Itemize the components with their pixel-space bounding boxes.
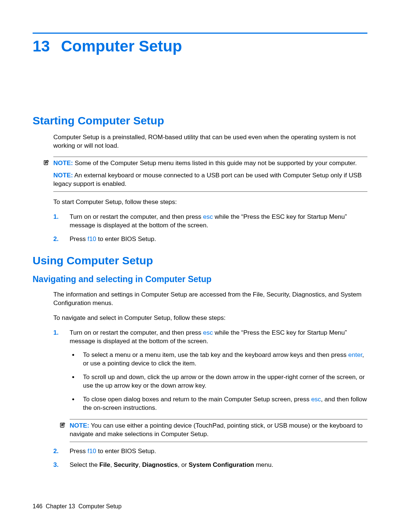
step-number: 2. [53, 235, 59, 244]
note-block: NOTE: Some of the Computer Setup menu it… [53, 157, 367, 192]
page-number: 146 [33, 503, 43, 509]
document-page: { "chapter": { "number": "13", "title": … [0, 0, 400, 532]
section-heading-starting: Starting Computer Setup [33, 114, 367, 127]
bullet-text: To select a menu or a menu item, use the… [83, 351, 348, 358]
key-esc: esc [203, 329, 213, 336]
step-text: Turn on or restart the computer, and the… [70, 213, 203, 220]
menu-name-file: File [99, 461, 110, 468]
note-label: NOTE: [53, 160, 73, 167]
step-text: to enter BIOS Setup. [96, 235, 156, 242]
paragraph: Computer Setup is a preinstalled, ROM-ba… [53, 133, 367, 150]
step-text: to enter BIOS Setup. [96, 448, 156, 455]
list-item: To scroll up and down, click the up arro… [70, 373, 367, 390]
note-text: Some of the Computer Setup menu items li… [75, 160, 357, 167]
step-text: , [110, 461, 114, 468]
bullet-list: To select a menu or a menu item, use the… [70, 351, 367, 412]
list-item: 3. Select the File, Security, Diagnostic… [53, 461, 367, 469]
step-number: 1. [53, 329, 59, 337]
paragraph: To start Computer Setup, follow these st… [53, 198, 367, 207]
step-text: menu. [254, 461, 273, 468]
chapter-rule [33, 33, 367, 34]
note-icon [59, 422, 66, 429]
subsection-heading-navigating: Navigating and selecting in Computer Set… [33, 274, 367, 284]
page-footer: 146 Chapter 13 Computer Setup [33, 503, 121, 510]
key-esc: esc [311, 396, 321, 403]
list-item: 2. Press f10 to enter BIOS Setup. [53, 447, 367, 456]
paragraph: To navigate and select in Computer Setup… [53, 314, 367, 322]
step-text: , [139, 461, 142, 468]
menu-name-security: Security [114, 461, 139, 468]
note-label: NOTE: [53, 172, 73, 179]
key-f10: f10 [87, 448, 96, 455]
bullet-text: To close open dialog boxes and return to… [83, 396, 311, 403]
step-number: 1. [53, 213, 59, 221]
step-text: Press [70, 448, 87, 455]
footer-title: Computer Setup [79, 503, 122, 509]
note-text: An external keyboard or mouse connected … [53, 172, 362, 187]
chapter-heading: 13 Computer Setup [33, 37, 367, 55]
step-text: , or [178, 461, 189, 468]
step-number: 2. [53, 447, 59, 456]
note-label: NOTE: [70, 422, 89, 429]
step-text: Press [70, 235, 87, 242]
key-f10: f10 [87, 235, 96, 242]
chapter-number: 13 [33, 37, 50, 55]
list-item: To select a menu or a menu item, use the… [70, 351, 367, 368]
step-text: Select the [70, 461, 99, 468]
note-icon [43, 159, 50, 167]
note-block: NOTE: You can use either a pointing devi… [70, 419, 367, 442]
step-text: Turn on or restart the computer, and the… [70, 329, 203, 336]
key-esc: esc [203, 213, 213, 220]
note-text: You can use either a pointing device (To… [70, 422, 363, 438]
bullet-text: To scroll up and down, click the up arro… [83, 374, 365, 389]
list-item: 2. Press f10 to enter BIOS Setup. [53, 235, 367, 244]
footer-chapter: Chapter 13 [46, 503, 75, 509]
ordered-list: 1. Turn on or restart the computer, and … [53, 213, 367, 244]
step-number: 3. [53, 461, 59, 469]
key-enter: enter [348, 351, 362, 358]
list-item: 1. Turn on or restart the computer, and … [53, 213, 367, 230]
menu-name-diagnostics: Diagnostics [142, 461, 178, 468]
menu-name-system-configuration: System Configuration [189, 461, 254, 468]
list-item: 1. Turn on or restart the computer, and … [53, 329, 367, 442]
list-item: To close open dialog boxes and return to… [70, 395, 367, 412]
chapter-title: Computer Setup [61, 37, 182, 55]
section-heading-using: Using Computer Setup [33, 254, 367, 267]
ordered-list: 1. Turn on or restart the computer, and … [53, 329, 367, 469]
paragraph: The information and settings in Computer… [53, 291, 367, 308]
